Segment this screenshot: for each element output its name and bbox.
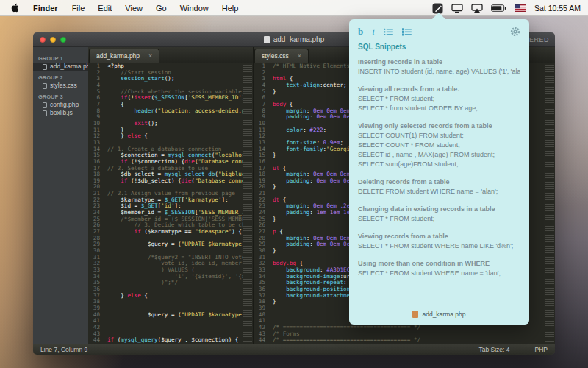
bullet-list-icon[interactable] [384, 28, 393, 36]
code-editor[interactable]: 1234567891011121314151617181920212223242… [88, 63, 253, 344]
sidebar-file-add_karma.php[interactable]: add_karma.php [33, 63, 88, 71]
status-bar: Line 7, Column 9 Tab Size: 4 PHP [33, 344, 555, 355]
tab-close-icon[interactable]: × [298, 53, 301, 60]
settings-gear-icon[interactable] [510, 26, 520, 37]
snippet-sql-line: SELECT * from student ORDER BY age; [358, 104, 520, 113]
code-line[interactable]: exit(); [107, 121, 243, 127]
file-icon [43, 83, 47, 89]
code-line[interactable]: if (!$db_select) {die("Database connecti… [107, 178, 243, 185]
menu-item-edit[interactable]: Edit [91, 0, 118, 16]
minimize-button[interactable] [50, 37, 56, 43]
snippet-sql-line: INSERT INTO student (id, name, age) VALU… [358, 67, 520, 77]
code-line[interactable] [107, 318, 243, 325]
code-line[interactable]: header("location: access-denied.php"); [107, 108, 243, 115]
menu-item-help[interactable]: Help [215, 0, 245, 16]
menu-item-file[interactable]: File [65, 0, 92, 16]
sidebar-file-name: config.php [50, 101, 79, 109]
code-line[interactable]: $query = ("UPDATE $karmatype SET karma")… [107, 241, 243, 248]
tab-close-icon[interactable]: × [148, 53, 152, 60]
code-text[interactable]: <?php //Start session session_start(); /… [104, 63, 243, 344]
cursor-position: Line 7, Column 9 [40, 346, 87, 353]
file-icon [43, 64, 47, 70]
snippet-sql-line: SELECT * FROM student; [358, 214, 520, 224]
code-line[interactable]: if ($karmatype == "ideaspace") { [107, 229, 243, 236]
code-line[interactable]: session_start(); [107, 76, 243, 82]
window-title: add_karma.php [264, 35, 325, 43]
snippet-section-title: Changing data in existing records in a t… [358, 205, 520, 214]
minimap[interactable] [243, 65, 252, 342]
display-icon[interactable] [451, 4, 463, 13]
line-numbers: 1234567891011121314151617181920212223242… [254, 63, 269, 344]
tab-label: add_karma.php [96, 52, 140, 60]
code-line[interactable]: /* =====================================… [273, 325, 545, 331]
minimap[interactable] [545, 65, 554, 342]
sidebar-file-config.php[interactable]: config.php [33, 101, 88, 109]
menu-clock[interactable]: Sat 10:55 AM [534, 4, 581, 13]
battery-icon[interactable] [491, 4, 506, 12]
tab-add_karma.php[interactable]: add_karma.php× [89, 49, 159, 63]
menu-bar: FinderFileEditViewGoWindowHelp Sat 10:55… [0, 0, 588, 16]
file-icon [43, 102, 47, 108]
tab-bar: add_karma.php× [88, 47, 253, 63]
snippet-section-title: Inserting records in a table [358, 57, 520, 67]
code-line[interactable] [107, 325, 243, 331]
check-list-icon[interactable] [402, 28, 412, 36]
status-bar-right: Tab Size: 4 PHP [478, 346, 548, 353]
code-line[interactable]: /* =====================================… [273, 337, 545, 344]
attached-file-name: add_karma.php [422, 311, 465, 318]
snippet-section: Viewing only selected records from a tab… [358, 121, 520, 169]
snippet-section: Using more than one condition in WHERESE… [358, 259, 520, 278]
editor-pane-left: add_karma.php×12345678910111213141516171… [88, 47, 254, 344]
menu-item-window[interactable]: Window [173, 0, 215, 16]
menu-item-view[interactable]: View [118, 0, 149, 16]
bold-button[interactable]: b [358, 26, 363, 38]
tab-size-indicator[interactable]: Tab Size: 4 [478, 346, 509, 353]
snippet-section-title: Viewing only selected records from a tab… [358, 121, 520, 131]
menu-item-finder[interactable]: Finder [26, 0, 65, 16]
sidebar-group-label: GROUP 3 [33, 93, 88, 101]
line-numbers: 1234567891011121314151617181920212223242… [88, 63, 104, 344]
document-icon [264, 36, 270, 43]
snippets-popover: b i SQL Snippets Inserting records in a … [349, 19, 529, 325]
tab-styles.css[interactable]: styles.css× [254, 49, 309, 63]
italic-button[interactable]: i [372, 26, 375, 38]
code-line[interactable]: if(!isset($_SESSION['SESS_MEMBER_ID']) [107, 95, 243, 102]
snippet-sections: Inserting records in a tableINSERT INTO … [358, 57, 520, 278]
zoom-button[interactable] [60, 37, 66, 43]
app-menu-items: FinderFileEditViewGoWindowHelp [26, 0, 245, 16]
sidebar: GROUP 1add_karma.phpGROUP 2styles.cssGRO… [33, 47, 88, 344]
syntax-indicator[interactable]: PHP [535, 346, 548, 353]
snippet-sql-line: SELECT * FROM student; [358, 94, 520, 104]
traffic-lights [40, 32, 66, 47]
sidebar-group-label: GROUP 2 [33, 74, 88, 82]
apple-icon [11, 3, 19, 13]
snippet-sql-line: SELECT * FROM student WHERE name LIKE 'd… [358, 241, 520, 251]
code-line[interactable] [107, 299, 243, 305]
window-title-text: add_karma.php [273, 35, 325, 43]
us-flag-icon[interactable] [514, 4, 526, 12]
code-line[interactable]: $query = ("UPDATE $karmatype SET karma")… [107, 312, 243, 319]
menu-item-go[interactable]: Go [149, 0, 173, 16]
airplay-icon[interactable] [471, 4, 483, 13]
sidebar-file-boxlib.js[interactable]: boxlib.js [33, 109, 88, 117]
snippet-section-title: Deleting records from a table [358, 177, 520, 187]
snippet-section: Viewing all records from a table.SELECT … [358, 85, 520, 113]
snippet-section-title: Using more than one condition in WHERE [358, 259, 520, 269]
code-line[interactable]: } else { [107, 133, 243, 140]
snippet-section: Changing data in existing records in a t… [358, 205, 520, 224]
attached-file-chip[interactable]: add_karma.php [349, 311, 529, 318]
code-line[interactable]: if (mysql_query($query , $connection) { [107, 337, 243, 344]
file-icon [412, 311, 418, 318]
snippet-sql-line: SELECT sum(age)FROM student; [358, 160, 520, 169]
sidebar-file-styles.css[interactable]: styles.css [33, 82, 88, 90]
code-line[interactable]: } else { [107, 293, 243, 300]
close-button[interactable] [40, 37, 46, 43]
snippet-sql-line: DELETE FROM student WHERE name = 'alan'; [358, 187, 520, 197]
popover-toolbar: b i [358, 24, 520, 39]
snippet-sql-line: SELECT COUNT * FROM student; [358, 141, 520, 150]
line-number: 44 [88, 337, 100, 344]
line-number: 44 [254, 337, 265, 344]
apple-menu[interactable] [0, 3, 26, 13]
code-line[interactable]: )";*/ [107, 280, 243, 286]
tab-label: styles.css [262, 52, 289, 60]
